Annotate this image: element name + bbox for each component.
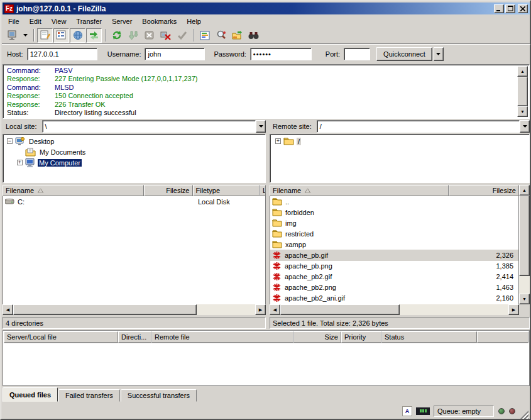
remote-file-row[interactable]: .. [270,196,518,207]
refresh-button[interactable] [109,28,124,43]
log-line: Status:Directory listing successful [7,109,517,117]
filter-list-icon [200,31,210,40]
filezilla-app-icon: Fz [4,4,14,13]
port-input[interactable] [344,48,370,60]
synchronized-browsing-button[interactable] [229,28,245,43]
remote-vscrollbar[interactable]: ▲ ▼ [519,185,530,304]
tree-item-desktop[interactable]: − Desktop [4,136,264,146]
column-size[interactable]: Size [293,331,341,343]
toggle-local-tree-button[interactable] [53,28,69,43]
remote-file-row[interactable]: apache_pb.png 1,385 [270,261,518,272]
column-server-local-file[interactable]: Server/Local file [4,331,118,343]
local-tree[interactable]: − Desktop My Documents + My Computer [3,134,266,183]
username-label: Username: [107,50,141,58]
image-file-icon [272,294,282,302]
tab-successful-transfers[interactable]: Successful transfers [121,389,197,402]
tree-item-my-documents[interactable]: My Documents [4,146,264,157]
reconnect-button[interactable] [174,28,190,43]
collapse-icon[interactable]: − [7,138,13,144]
menu-edit[interactable]: Edit [25,16,47,26]
column-status[interactable]: Status [381,331,477,343]
queue-list-area[interactable] [4,343,528,385]
local-hscrollbar[interactable]: ◀ ▶ [3,304,266,315]
remote-file-row[interactable]: apache_pb2_ani.gif 2,160 [270,293,518,304]
filezilla-window: Fz john@127.0.0.1 - FileZilla File Edit … [0,0,531,420]
column-filename[interactable]: Filename [270,185,449,196]
tree-item-my-computer[interactable]: + My Computer [4,157,264,168]
quickconnect-dropdown[interactable] [434,47,444,61]
column-remote-file[interactable]: Remote file [151,331,293,343]
remote-site-bar: Remote site: / [270,119,530,133]
folder-icon [272,229,282,238]
maximize-button[interactable] [505,4,515,13]
remote-file-row[interactable]: xampp [270,239,518,250]
column-filetype[interactable]: Filetype [193,185,260,196]
speed-limits-icon[interactable] [416,407,430,415]
message-log-icon [40,30,50,40]
column-filesize[interactable]: Filesize [144,185,193,196]
filter-button[interactable] [197,28,212,43]
local-file-row[interactable]: C: Local Disk [3,196,265,207]
remote-site-combo[interactable]: / [317,120,520,133]
toggle-queue-button[interactable] [86,28,102,43]
tab-queued-files[interactable]: Queued files [3,387,58,402]
local-site-bar: Local site: \ [3,119,266,133]
host-label: Host: [7,50,23,58]
remote-file-row[interactable]: restricted [270,228,518,239]
message-log-text[interactable]: Command:PASV Response:227 Entering Passi… [4,66,517,117]
find-files-button[interactable] [246,28,261,43]
menu-server[interactable]: Server [107,16,137,26]
process-queue-button[interactable] [125,28,141,43]
remote-panel: Remote site: / + / Filename Filesize .. [270,119,530,329]
log-scrollbar[interactable]: ▲ ▼ [517,66,528,117]
remote-file-row[interactable]: img [270,218,518,228]
remote-file-row[interactable]: apache_pb2.gif 2,414 [270,272,518,282]
port-label: Port: [326,50,340,58]
remote-hscrollbar[interactable]: ◀ ▶ [270,304,519,315]
remote-file-row[interactable]: forbidden [270,207,518,218]
remote-file-list[interactable]: .. forbidden img restricted xampp apache… [270,196,519,304]
site-manager-dropdown[interactable] [21,28,30,43]
password-input[interactable] [250,48,312,60]
toolbar [2,27,530,44]
local-file-list[interactable]: C: Local Disk [3,196,266,304]
menu-transfer[interactable]: Transfer [71,16,107,26]
directory-comparison-button[interactable] [213,28,229,43]
site-manager-button[interactable] [4,28,20,43]
menu-file[interactable]: File [3,16,25,26]
close-button[interactable] [518,4,528,13]
remote-file-row-selected[interactable]: apache_pb.gif 2,326 [270,250,518,260]
menu-bookmarks[interactable]: Bookmarks [137,16,182,26]
title-bar[interactable]: Fz john@127.0.0.1 - FileZilla [3,3,530,14]
toggle-message-log-button[interactable] [37,28,53,43]
remote-site-dropdown[interactable] [520,120,530,133]
log-line: Command:PASV [7,67,517,75]
local-site-dropdown[interactable] [256,120,266,133]
tab-failed-transfers[interactable]: Failed transfers [58,389,120,402]
expand-icon[interactable]: + [17,160,23,165]
remote-tree-globe-icon [73,30,83,40]
column-filename[interactable]: Filename [3,185,144,196]
column-direction[interactable]: Directi... [118,331,151,343]
tree-item-root[interactable]: + / [271,136,528,146]
remote-file-row[interactable]: apache_pb2.png 1,463 [270,282,518,293]
expand-icon[interactable]: + [275,138,281,144]
remote-tree[interactable]: + / [270,134,530,183]
desktop-icon [15,137,25,146]
chevron-down-icon [523,125,527,128]
resize-grip[interactable] [520,411,528,419]
transfer-type-icon[interactable]: A [402,406,412,416]
column-priority[interactable]: Priority [341,331,381,343]
menu-view[interactable]: View [47,16,72,26]
host-input[interactable] [27,48,97,60]
username-input[interactable] [145,48,205,60]
disconnect-button[interactable] [158,28,173,43]
toggle-remote-tree-button[interactable] [70,28,85,43]
column-filesize[interactable]: Filesize [449,185,519,196]
quickconnect-button[interactable]: Quickconnect [376,47,432,61]
local-site-combo[interactable]: \ [42,120,256,133]
minimize-button[interactable] [494,4,504,13]
column-lastmodified[interactable]: L [260,185,266,196]
menu-help[interactable]: Help [182,16,206,26]
cancel-button[interactable] [141,28,157,43]
